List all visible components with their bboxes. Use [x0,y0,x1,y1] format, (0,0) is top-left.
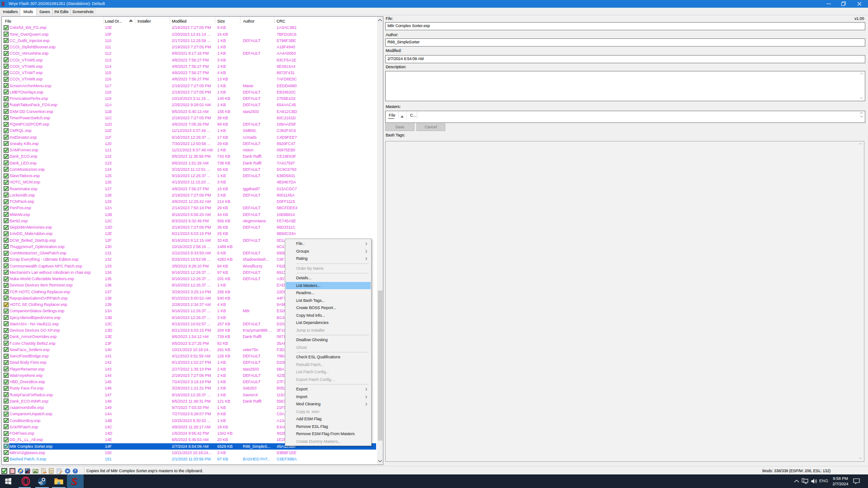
svg-text:?: ? [74,469,76,473]
svg-text:Doc: Doc [49,469,53,472]
